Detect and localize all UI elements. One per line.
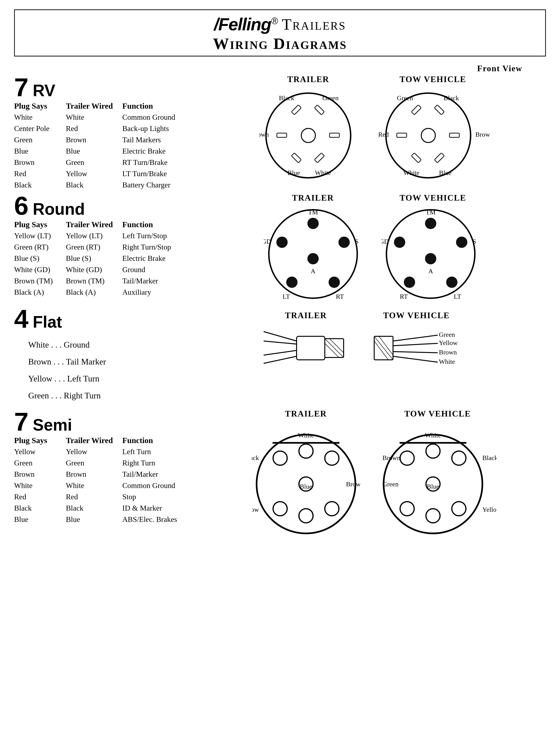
section-7rv-right: TRAILER [202,74,546,180]
svg-text:S: S [473,238,476,245]
svg-point-1 [301,128,315,142]
diagrams-row-7rv: TRAILER [202,74,546,180]
svg-text:Green: Green [322,94,338,102]
svg-line-56 [264,350,297,355]
table-row: Green (RT)Green (RT)Right Turn/Stop [14,241,202,253]
list-item: Green . . . Right Turn [28,387,179,404]
svg-line-55 [264,341,297,344]
svg-text:Green: Green [397,94,413,102]
svg-point-43 [456,237,467,248]
tow-label-6round: TOW VEHICLE [381,193,485,203]
diagram-tow-7rv: TOW VEHICLE Green Black Red Brown White [376,74,490,180]
table-row: WhiteWhiteCommon Ground [14,111,202,123]
svg-text:Yellow: Yellow [252,506,259,513]
header-line1: /Felling® Trailers [19,14,541,34]
col-plug-label-6: Plug Says [14,220,66,229]
svg-text:Black: Black [482,454,497,461]
section-name-4flat: Flat [33,313,62,331]
section-name-6round: Round [33,200,85,219]
svg-point-45 [404,277,415,288]
list-item: Yellow . . . Left Turn [28,370,179,387]
section-6round: 6 Round Plug Says Trailer Wired Function… [14,193,546,303]
svg-point-92 [452,451,466,465]
list-item: Brown . . . Tail Marker [28,353,179,370]
svg-text:White: White [315,169,331,176]
svg-point-32 [286,277,298,288]
table-header-7semi: Plug Says Trailer Wired Function [14,436,202,445]
svg-rect-18 [450,133,459,137]
svg-text:Brown: Brown [259,131,269,138]
col-func-label-semi: Function [122,436,202,445]
section-number-7semi: 7 [14,409,28,435]
svg-text:RT: RT [399,293,407,300]
table-row: RedYellowLT Turn/Brake [14,168,202,179]
section-6round-left: 6 Round Plug Says Trailer Wired Function… [14,193,202,298]
tow-label-7semi: TOW VEHICLE [379,409,497,419]
section-6round-right: TRAILER TM [202,193,546,303]
section-4flat-left: 4 Flat White . . . GroundBrown . . . Tai… [14,306,179,404]
wiring-table-7semi: Plug Says Trailer Wired Function YellowY… [14,436,202,525]
svg-text:RT: RT [336,293,344,300]
svg-text:TM: TM [308,209,318,216]
svg-text:LT: LT [282,293,290,300]
svg-text:Blue: Blue [439,169,451,176]
svg-rect-19 [411,153,421,163]
table-header-7rv: Plug Says Trailer Wired Function [14,102,202,110]
svg-text:Brown: Brown [382,454,400,461]
svg-point-44 [425,253,436,264]
col-plug-label-semi: Plug Says [14,436,66,445]
table-row: Yellow (LT)Yellow (LT)Left Turn/Stop [14,230,202,241]
table-row: BlackBlackBattery Charger [14,179,202,191]
col-wired-label: Trailer Wired [66,102,122,110]
diagrams-row-4flat: TRAILER [179,306,546,374]
svg-point-96 [452,502,466,516]
trailers-text: Trailers [282,15,346,34]
col-wired-label-semi: Trailer Wired [66,436,122,445]
svg-text:A: A [310,267,315,275]
table-row: Black (A)Black (A)Auxiliary [14,287,202,298]
section-7semi-right: TRAILER [202,409,546,538]
svg-text:Brown: Brown [439,349,457,356]
table-row: RedRedStop [14,491,202,502]
diagrams-row-6round: TRAILER TM [202,193,546,303]
svg-text:Green: Green [439,331,455,338]
svg-point-14 [421,128,435,142]
svg-text:White: White [298,432,314,439]
header-line2: Wiring Diagrams [19,34,541,53]
svg-line-59 [325,339,344,357]
svg-text:White: White [425,432,441,439]
svg-point-91 [426,444,440,458]
svg-point-30 [338,237,350,248]
svg-text:Brown: Brown [346,480,360,488]
svg-rect-17 [397,133,407,137]
col-func-label: Function [122,102,202,110]
section-number-4flat: 4 [14,306,28,332]
svg-line-65 [374,341,388,360]
trailer-6round-svg: TM GD S A LT RT [264,205,362,303]
table-row: Brown (TM)Brown (TM)Tail/Marker [14,275,202,287]
svg-point-78 [325,451,339,465]
section-number-7rv: 7 [14,74,28,100]
diagram-trailer-4flat: TRAILER [259,310,353,374]
svg-point-80 [273,502,287,516]
svg-line-64 [379,336,393,355]
svg-text:S: S [355,238,359,245]
svg-line-66 [393,335,438,341]
svg-point-95 [426,509,440,523]
svg-text:White: White [439,358,455,365]
section-4flat-right: TRAILER [179,306,546,374]
svg-text:GD: GD [264,238,271,245]
svg-rect-6 [291,153,301,163]
trailer-label-7rv: TRAILER [259,74,358,84]
table-row: Blue (S)Blue (S)Electric Brake [14,253,202,264]
table-row: YellowYellowLeft Turn [14,446,202,457]
svg-text:Brown: Brown [475,131,490,138]
table-row: GreenBrownTail Markers [14,134,202,145]
svg-text:Green: Green [382,480,398,488]
svg-text:LT: LT [454,293,461,300]
svg-rect-15 [411,105,421,115]
wiring-table-7rv: Plug Says Trailer Wired Function WhiteWh… [14,102,202,191]
svg-line-67 [393,343,438,346]
trailer-4flat-svg [259,322,353,374]
table-row: Center PoleRedBack-up Lights [14,123,202,134]
